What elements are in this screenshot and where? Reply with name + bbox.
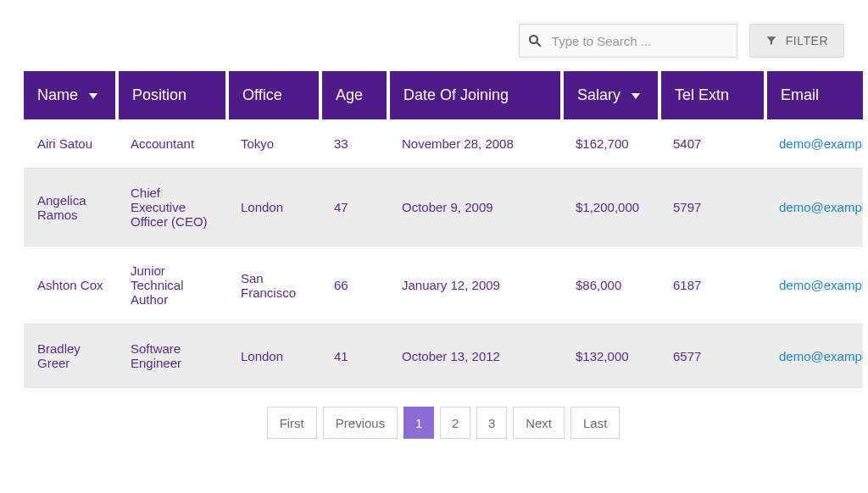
page-number-button[interactable]: 1 — [403, 407, 434, 439]
cell-doj: October 13, 2012 — [388, 324, 562, 388]
filter-icon — [765, 35, 777, 47]
col-header-doj[interactable]: Date Of Joining — [388, 71, 562, 119]
cell-age: 47 — [320, 169, 388, 246]
cell-doj: November 28, 2008 — [388, 119, 562, 169]
col-header-office[interactable]: Office — [227, 71, 320, 119]
cell-position: Chief Executive Officer (CEO) — [117, 169, 227, 246]
col-header-label: Date Of Joining — [403, 86, 509, 103]
col-header-label: Tel Extn — [675, 86, 729, 103]
cell-email[interactable]: demo@example.com — [765, 324, 863, 388]
cell-name: Angelica Ramos — [24, 169, 117, 246]
table-row: Ashton CoxJunior Technical AuthorSan Fra… — [24, 246, 863, 324]
search-input[interactable] — [519, 24, 737, 58]
svg-marker-2 — [89, 93, 97, 99]
cell-salary: $1,200,000 — [562, 169, 659, 246]
cell-position: Software Engineer — [117, 324, 227, 388]
cell-position: Junior Technical Author — [117, 246, 227, 324]
col-header-label: Salary — [577, 86, 620, 103]
cell-email[interactable]: demo@example.com — [765, 169, 863, 246]
col-header-position[interactable]: Position — [117, 71, 227, 119]
cell-salary: $132,000 — [562, 324, 659, 388]
pagination: First Previous 123 Next Last — [24, 407, 863, 439]
cell-age: 66 — [320, 246, 388, 324]
cell-age: 33 — [320, 119, 388, 169]
page-last-button[interactable]: Last — [570, 407, 620, 439]
table-header: Name Position Office Age Date Of Joining — [24, 71, 863, 119]
col-header-label: Email — [781, 86, 819, 103]
page-next-button[interactable]: Next — [513, 407, 565, 439]
col-header-label: Name — [37, 86, 78, 103]
cell-salary: $86,000 — [562, 246, 659, 324]
toolbar: FILTER — [24, 24, 863, 58]
page-first-button[interactable]: First — [267, 407, 317, 439]
data-table: Name Position Office Age Date Of Joining — [24, 71, 863, 388]
cell-age: 41 — [320, 324, 388, 388]
page-previous-button[interactable]: Previous — [323, 407, 398, 439]
cell-ext: 5797 — [659, 169, 765, 246]
page-number-button[interactable]: 3 — [476, 407, 507, 439]
col-header-name[interactable]: Name — [24, 71, 117, 119]
cell-office: San Francisco — [227, 246, 320, 324]
table-scroll-container[interactable]: Name Position Office Age Date Of Joining — [24, 71, 863, 388]
cell-name: Bradley Greer — [24, 324, 117, 388]
cell-position: Accountant — [117, 119, 227, 169]
cell-office: London — [227, 324, 320, 388]
filter-button-label: FILTER — [786, 34, 828, 47]
cell-doj: October 9, 2009 — [388, 169, 562, 246]
col-header-label: Position — [132, 86, 186, 103]
cell-doj: January 12, 2009 — [388, 246, 562, 324]
col-header-age[interactable]: Age — [320, 71, 388, 119]
cell-office: Tokyo — [227, 119, 320, 169]
sort-caret-icon — [632, 91, 640, 100]
svg-marker-3 — [632, 93, 640, 99]
col-header-email[interactable]: Email — [765, 71, 863, 119]
table-row: Bradley GreerSoftware EngineerLondon41Oc… — [24, 324, 863, 388]
page-number-button[interactable]: 2 — [440, 407, 470, 439]
col-header-label: Age — [336, 86, 363, 103]
table-body: Airi SatouAccountantTokyo33November 28, … — [24, 119, 863, 388]
cell-email[interactable]: demo@example.com — [765, 246, 863, 324]
cell-name: Ashton Cox — [24, 246, 117, 324]
col-header-salary[interactable]: Salary — [562, 71, 659, 119]
cell-ext: 6187 — [659, 246, 765, 324]
table-row: Airi SatouAccountantTokyo33November 28, … — [24, 119, 863, 169]
col-header-label: Office — [242, 86, 282, 103]
cell-salary: $162,700 — [562, 119, 659, 169]
cell-ext: 6577 — [659, 324, 765, 388]
table-row: Angelica RamosChief Executive Officer (C… — [24, 169, 863, 246]
filter-button[interactable]: FILTER — [749, 24, 844, 58]
cell-email[interactable]: demo@example.com — [765, 119, 863, 169]
cell-office: London — [227, 169, 320, 246]
cell-ext: 5407 — [659, 119, 765, 169]
cell-name: Airi Satou — [24, 119, 117, 169]
search-box — [519, 24, 737, 58]
col-header-ext[interactable]: Tel Extn — [659, 71, 765, 119]
sort-caret-icon — [89, 91, 97, 100]
